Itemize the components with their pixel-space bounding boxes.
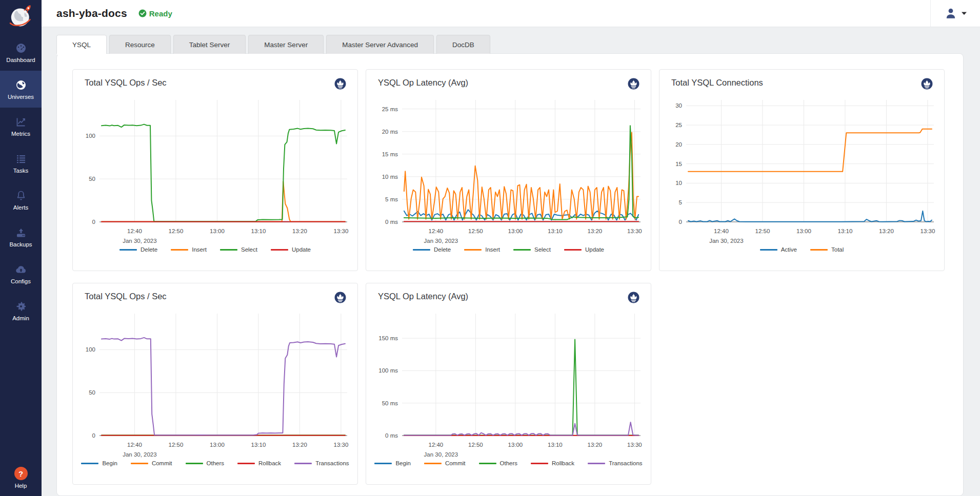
universe-title: ash-yba-docs (56, 7, 127, 19)
chart-title: Total YSQL Ops / Sec (85, 291, 167, 301)
legend-item-delete[interactable]: Delete (119, 246, 157, 253)
sidebar-item-label: Admin (12, 315, 29, 321)
svg-text:10 ms: 10 ms (382, 174, 398, 180)
prometheus-icon[interactable] (627, 77, 641, 93)
svg-text:25 ms: 25 ms (382, 106, 398, 112)
legend-item-select[interactable]: Select (513, 246, 551, 253)
line-chart: 05010012:40Jan 30, 202312:5013:0013:1013… (77, 306, 354, 460)
legend-item-total[interactable]: Total (810, 246, 844, 253)
prometheus-icon[interactable] (333, 77, 347, 93)
tab-resource[interactable]: Resource (109, 35, 171, 54)
sidebar-item-label: Configs (11, 278, 31, 284)
legend-label: Commit (445, 460, 466, 466)
sidebar-item-tasks[interactable]: Tasks (0, 144, 42, 181)
chart-legend: BeginCommitOthersRollbackTransactions (77, 460, 353, 466)
legend-swatch (424, 463, 442, 464)
prometheus-icon[interactable] (627, 291, 641, 306)
legend-swatch (513, 249, 531, 251)
top-header: ash-yba-docs Ready (42, 0, 980, 27)
sidebar-item-universes[interactable]: Universes (0, 71, 42, 108)
legend-label: Commit (152, 460, 172, 466)
svg-text:50: 50 (89, 389, 95, 396)
legend-item-delete[interactable]: Delete (413, 246, 451, 253)
legend-swatch (810, 249, 828, 251)
legend-swatch (413, 249, 430, 251)
svg-text:0 ms: 0 ms (385, 219, 398, 225)
sidebar-item-alerts[interactable]: Alerts (0, 181, 42, 218)
legend-item-update[interactable]: Update (564, 246, 604, 253)
svg-text:150 ms: 150 ms (378, 335, 398, 341)
legend-item-begin[interactable]: Begin (81, 460, 117, 466)
sidebar-item-configs[interactable]: Configs (0, 255, 42, 292)
legend-item-begin[interactable]: Begin (374, 460, 410, 466)
legend-item-rollback[interactable]: Rollback (237, 460, 281, 466)
yugabyte-planet-rocket-icon (7, 3, 35, 31)
prometheus-icon[interactable] (920, 77, 934, 93)
sidebar-item-metrics[interactable]: Metrics (0, 108, 42, 144)
status-text: Ready (149, 9, 172, 18)
chart-card-ysql-op-latency: YSQL Op Latency (Avg) 0 ms5 ms10 ms15 ms… (366, 69, 651, 271)
legend-item-active[interactable]: Active (760, 246, 797, 253)
svg-text:0: 0 (679, 219, 682, 225)
svg-text:0: 0 (92, 219, 95, 225)
sidebar-item-backups[interactable]: Backups (0, 218, 42, 255)
legend-swatch (271, 249, 288, 251)
check-circle-icon (138, 9, 147, 17)
legend-item-transactions[interactable]: Transactions (294, 460, 349, 466)
svg-text:Jan 30, 2023: Jan 30, 2023 (709, 238, 744, 244)
legend-label: Delete (434, 246, 451, 253)
legend-swatch (186, 463, 203, 464)
svg-text:0: 0 (92, 432, 95, 439)
sidebar-item-label: Tasks (13, 168, 28, 174)
svg-text:13:00: 13:00 (796, 228, 811, 234)
legend-item-insert[interactable]: Insert (171, 246, 207, 253)
chart-title: Total YSQL Ops / Sec (85, 77, 167, 88)
sidebar-item-help[interactable]: ? Help (0, 467, 42, 496)
svg-text:100: 100 (86, 133, 95, 139)
svg-text:50: 50 (89, 176, 95, 182)
legend-label: Rollback (258, 460, 281, 466)
legend-swatch (479, 463, 496, 464)
legend-item-transactions[interactable]: Transactions (588, 460, 642, 466)
legend-item-commit[interactable]: Commit (131, 460, 172, 466)
sidebar-item-admin[interactable]: Admin (0, 292, 42, 329)
help-glyph: ? (18, 469, 23, 478)
configs-cloud-icon (15, 263, 27, 276)
svg-text:10: 10 (675, 180, 682, 186)
dashboard-gauge-icon (15, 42, 27, 54)
tab-docdb[interactable]: DocDB (436, 35, 490, 54)
svg-text:13:30: 13:30 (627, 442, 642, 448)
admin-gear-icon (15, 300, 27, 313)
tab-master-server[interactable]: Master Server (248, 35, 324, 54)
chart-legend: BeginCommitOthersRollbackTransactions (370, 460, 647, 466)
legend-item-insert[interactable]: Insert (464, 246, 500, 253)
svg-text:Jan 30, 2023: Jan 30, 2023 (123, 238, 157, 244)
tab-tablet-server[interactable]: Tablet Server (173, 35, 246, 54)
user-menu[interactable] (931, 7, 980, 20)
line-chart: 05101520253012:40Jan 30, 202312:5013:001… (664, 93, 941, 246)
backups-upload-icon (15, 226, 27, 239)
chart-grid: Total YSQL Ops / Sec 05010012:40Jan 30, … (72, 69, 948, 485)
sidebar: Dashboard Universes Metrics (0, 0, 42, 496)
svg-text:100 ms: 100 ms (378, 367, 398, 374)
svg-text:12:50: 12:50 (169, 228, 184, 234)
prometheus-icon[interactable] (333, 291, 347, 306)
yugabyte-logo[interactable] (0, 0, 42, 34)
tab-master-server-advanced[interactable]: Master Server Advanced (326, 35, 434, 54)
legend-item-select[interactable]: Select (220, 246, 257, 253)
tab-ysql[interactable]: YSQL (56, 35, 107, 54)
legend-item-rollback[interactable]: Rollback (531, 460, 574, 466)
legend-item-commit[interactable]: Commit (424, 460, 466, 466)
legend-item-update[interactable]: Update (271, 246, 311, 253)
chart-title: YSQL Op Latency (Avg) (378, 291, 468, 301)
status-badge: Ready (138, 9, 172, 18)
tab-label: Master Server Advanced (342, 41, 418, 49)
legend-swatch (760, 249, 777, 251)
svg-text:13:10: 13:10 (548, 228, 563, 234)
sidebar-item-dashboard[interactable]: Dashboard (0, 34, 42, 71)
legend-swatch (131, 463, 148, 464)
legend-label: Select (241, 246, 257, 253)
legend-item-others[interactable]: Others (186, 460, 225, 466)
svg-text:12:50: 12:50 (468, 228, 483, 234)
legend-item-others[interactable]: Others (479, 460, 518, 466)
